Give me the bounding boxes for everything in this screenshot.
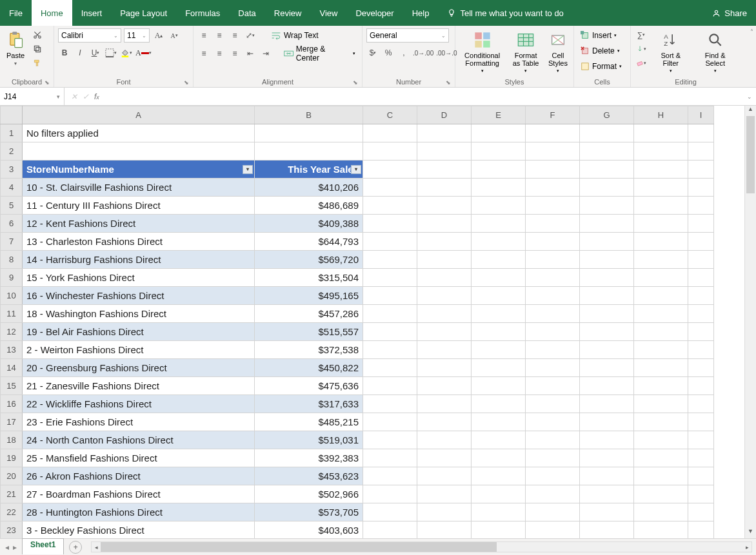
cell[interactable] bbox=[472, 269, 526, 287]
cell[interactable] bbox=[363, 251, 417, 269]
cell[interactable] bbox=[580, 269, 634, 287]
fill-button[interactable]: ▾ bbox=[635, 43, 648, 55]
cell[interactable] bbox=[634, 431, 688, 449]
cell[interactable] bbox=[634, 341, 688, 359]
cell[interactable]: $450,822 bbox=[255, 359, 363, 377]
share-button[interactable]: Share bbox=[703, 0, 756, 26]
cell[interactable] bbox=[363, 305, 417, 323]
cell[interactable]: $457,286 bbox=[255, 305, 363, 323]
cell[interactable] bbox=[634, 359, 688, 377]
cell[interactable] bbox=[363, 395, 417, 413]
cell[interactable] bbox=[580, 467, 634, 485]
cell[interactable]: 24 - North Canton Fashions Direct bbox=[23, 431, 255, 449]
cell[interactable]: 18 - Washington Fashions Direct bbox=[23, 305, 255, 323]
format-painter-button[interactable] bbox=[31, 57, 44, 70]
border-button[interactable]: ▾ bbox=[104, 46, 117, 59]
cell[interactable] bbox=[688, 197, 714, 215]
cell[interactable] bbox=[363, 467, 417, 485]
cell[interactable] bbox=[526, 449, 580, 467]
align-center-button[interactable]: ≡ bbox=[213, 47, 226, 60]
cell[interactable] bbox=[580, 503, 634, 521]
font-launcher-icon[interactable]: ⬊ bbox=[184, 79, 189, 86]
tab-page-layout[interactable]: Page Layout bbox=[111, 0, 176, 26]
format-table-button[interactable]: Format as Table▾ bbox=[509, 28, 542, 75]
cell[interactable] bbox=[417, 377, 472, 395]
cell[interactable] bbox=[363, 287, 417, 305]
cell[interactable] bbox=[580, 142, 634, 161]
tab-review[interactable]: Review bbox=[265, 0, 311, 26]
select-all-button[interactable] bbox=[1, 106, 23, 124]
cell[interactable] bbox=[417, 287, 472, 305]
row-header[interactable]: 15 bbox=[1, 377, 23, 395]
cell[interactable]: $372,538 bbox=[255, 341, 363, 359]
cell[interactable]: $315,504 bbox=[255, 269, 363, 287]
cell[interactable] bbox=[526, 395, 580, 413]
comma-button[interactable]: , bbox=[397, 46, 410, 59]
cell[interactable] bbox=[417, 449, 472, 467]
cell[interactable] bbox=[580, 413, 634, 431]
column-header[interactable]: H bbox=[634, 106, 688, 124]
prev-sheet-icon[interactable]: ◂ bbox=[5, 543, 9, 552]
cell[interactable]: 22 - Wickliffe Fashions Direct bbox=[23, 395, 255, 413]
column-header[interactable]: A bbox=[23, 106, 255, 124]
cell[interactable] bbox=[526, 413, 580, 431]
cell[interactable] bbox=[634, 503, 688, 521]
cell[interactable]: 26 - Akron Fashions Direct bbox=[23, 467, 255, 485]
cell[interactable] bbox=[688, 161, 714, 179]
row-header[interactable]: 11 bbox=[1, 305, 23, 323]
cell[interactable] bbox=[634, 287, 688, 305]
tab-formulas[interactable]: Formulas bbox=[176, 0, 229, 26]
cell[interactable] bbox=[472, 197, 526, 215]
sort-filter-button[interactable]: AZ Sort & Filter▾ bbox=[652, 28, 690, 75]
cell[interactable] bbox=[634, 142, 688, 161]
clear-button[interactable]: ▾ bbox=[635, 57, 648, 70]
cell[interactable] bbox=[417, 142, 472, 161]
cell[interactable] bbox=[580, 215, 634, 233]
cell[interactable] bbox=[688, 233, 714, 251]
table-header-cell[interactable]: This Year Sales bbox=[255, 161, 363, 179]
cell[interactable] bbox=[688, 449, 714, 467]
clipboard-launcher-icon[interactable]: ⬊ bbox=[45, 79, 50, 86]
cell[interactable] bbox=[580, 124, 634, 142]
cell[interactable] bbox=[580, 395, 634, 413]
cell[interactable]: $409,388 bbox=[255, 215, 363, 233]
increase-decimal-button[interactable]: .0→.00 bbox=[413, 46, 433, 59]
cell[interactable] bbox=[688, 503, 714, 521]
align-middle-button[interactable]: ≡ bbox=[213, 29, 226, 42]
autosum-button[interactable]: ∑▾ bbox=[635, 28, 648, 41]
decrease-font-button[interactable]: A▾ bbox=[168, 29, 181, 42]
row-header[interactable]: 9 bbox=[1, 269, 23, 287]
cell[interactable] bbox=[472, 503, 526, 521]
cell[interactable] bbox=[472, 323, 526, 341]
cell[interactable] bbox=[472, 179, 526, 197]
increase-indent-button[interactable]: ⇥ bbox=[259, 47, 272, 60]
copy-button[interactable] bbox=[31, 43, 44, 55]
cell[interactable] bbox=[526, 323, 580, 341]
fx-icon[interactable]: fx bbox=[94, 92, 99, 101]
cell[interactable] bbox=[363, 233, 417, 251]
cell[interactable] bbox=[417, 251, 472, 269]
cell[interactable]: 16 - Winchester Fashions Direct bbox=[23, 287, 255, 305]
align-right-button[interactable]: ≡ bbox=[228, 47, 241, 60]
cell[interactable] bbox=[363, 269, 417, 287]
cell[interactable] bbox=[363, 413, 417, 431]
cell[interactable] bbox=[417, 305, 472, 323]
cell[interactable] bbox=[472, 431, 526, 449]
column-header[interactable]: D bbox=[417, 106, 472, 124]
cell[interactable] bbox=[417, 395, 472, 413]
cell[interactable] bbox=[363, 449, 417, 467]
cell[interactable] bbox=[688, 269, 714, 287]
cell[interactable]: No filters applied bbox=[23, 124, 255, 142]
cell[interactable] bbox=[472, 467, 526, 485]
paste-button[interactable]: Paste ▾ bbox=[4, 28, 27, 68]
font-color-button[interactable]: A▾ bbox=[135, 46, 152, 59]
cell[interactable]: 20 - Greensburg Fashions Direct bbox=[23, 359, 255, 377]
cell[interactable] bbox=[417, 503, 472, 521]
cell[interactable] bbox=[688, 431, 714, 449]
cell[interactable] bbox=[472, 305, 526, 323]
row-header[interactable]: 14 bbox=[1, 359, 23, 377]
table-header-cell[interactable]: StoreNumberName bbox=[23, 161, 255, 179]
cell[interactable] bbox=[634, 251, 688, 269]
cell[interactable] bbox=[472, 413, 526, 431]
cell[interactable] bbox=[634, 485, 688, 503]
